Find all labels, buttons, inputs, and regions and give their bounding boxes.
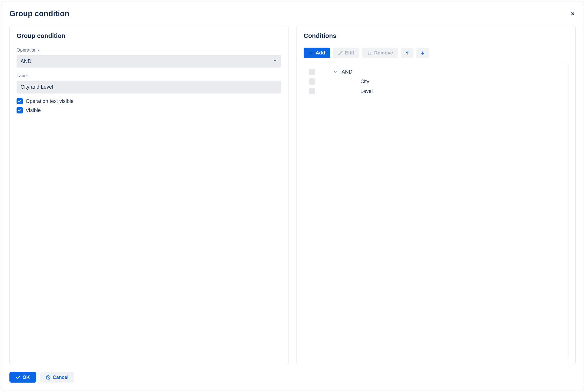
cancel-icon (46, 375, 51, 380)
cancel-button-label: Cancel (53, 375, 69, 380)
edit-button[interactable]: Edit (333, 48, 359, 58)
group-condition-panel-title: Group condition (17, 32, 281, 40)
check-icon (16, 375, 20, 380)
label-field-label: Label (17, 73, 281, 78)
conditions-toolbar: Add Edit Remove (304, 48, 568, 58)
arrow-up-icon (405, 51, 409, 55)
cancel-button[interactable]: Cancel (40, 372, 74, 383)
required-dot-icon (38, 50, 39, 51)
ok-button[interactable]: OK (9, 372, 36, 383)
close-button[interactable]: × (570, 10, 576, 18)
move-down-button[interactable] (416, 48, 429, 58)
add-button-label: Add (316, 50, 325, 55)
plus-icon (309, 51, 313, 55)
tree-row-label: City (360, 79, 369, 85)
trash-icon (367, 51, 372, 55)
operation-text-visible-checkbox-row[interactable]: Operation text visible (17, 98, 281, 104)
add-button[interactable]: Add (304, 48, 330, 58)
check-icon (18, 99, 22, 103)
tree-row-checkbox[interactable] (309, 69, 315, 75)
remove-button-label: Remove (374, 50, 393, 55)
panels-row: Group condition Operation AND Label Op (9, 25, 576, 365)
conditions-tree: AND City Level (304, 63, 568, 358)
tree-row-checkbox[interactable] (309, 88, 315, 94)
operation-text-visible-label: Operation text visible (26, 98, 74, 104)
group-condition-panel: Group condition Operation AND Label Op (9, 25, 289, 365)
edit-button-label: Edit (345, 50, 354, 55)
group-condition-dialog: Group condition × Group condition Operat… (1, 1, 584, 391)
chevron-down-icon (333, 70, 338, 74)
tree-row-child[interactable]: City (309, 77, 563, 86)
remove-button[interactable]: Remove (362, 48, 398, 58)
tree-row-root[interactable]: AND (309, 67, 563, 77)
dialog-header: Group condition × (9, 9, 576, 18)
operation-select[interactable]: AND (17, 55, 281, 68)
close-icon: × (571, 10, 574, 17)
dialog-title: Group condition (9, 9, 69, 18)
operation-select-wrap: AND (17, 55, 281, 68)
label-input[interactable] (17, 81, 281, 94)
dialog-footer: OK Cancel (9, 372, 576, 383)
visible-checkbox[interactable] (17, 107, 23, 113)
check-icon (18, 108, 22, 112)
operation-text-visible-checkbox[interactable] (17, 98, 23, 104)
pencil-icon (338, 51, 343, 55)
conditions-panel: Conditions Add Edit Remove (296, 25, 576, 365)
ok-button-label: OK (23, 375, 30, 380)
operation-field-label: Operation (17, 48, 281, 53)
visible-checkbox-row[interactable]: Visible (17, 107, 281, 113)
tree-row-label: Level (360, 88, 373, 94)
move-up-button[interactable] (401, 48, 413, 58)
tree-row-checkbox[interactable] (309, 78, 315, 85)
svg-line-5 (47, 376, 49, 379)
tree-toggle[interactable] (333, 70, 338, 74)
tree-row-child[interactable]: Level (309, 86, 563, 96)
tree-row-label: AND (342, 69, 352, 75)
arrow-down-icon (420, 51, 425, 55)
visible-label: Visible (26, 107, 41, 113)
conditions-panel-title: Conditions (304, 32, 568, 40)
